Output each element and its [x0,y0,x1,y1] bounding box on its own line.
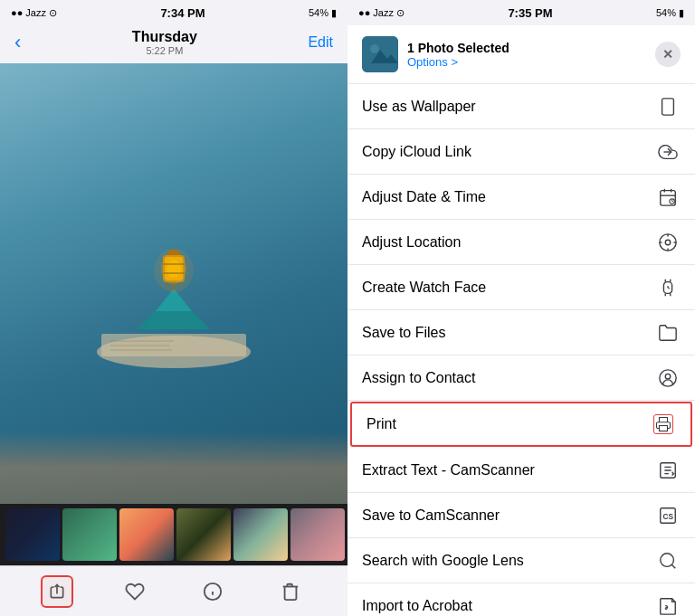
left-carrier: Jazz [25,7,46,18]
menu-label-camscanner-save: Save to CamScanner [362,507,500,524]
left-time: 7:34 PM [160,6,205,20]
menu-item-contact[interactable]: Assign to Contact [348,355,695,401]
menu-label-wallpaper: Use as Wallpaper [362,99,476,115]
delete-button[interactable] [274,575,307,608]
options-link[interactable]: Options > [407,55,509,69]
menu-label-watchface: Create Watch Face [362,280,486,296]
menu-item-icloud[interactable]: Copy iCloud Link [348,129,695,175]
svg-point-50 [660,369,676,385]
thumbnail-6[interactable] [290,508,345,561]
svg-rect-1 [101,334,246,356]
close-button[interactable]: ✕ [655,42,681,67]
info-button[interactable] [196,575,229,608]
search-icon [655,548,681,573]
thumbnail-3[interactable] [119,508,174,561]
location-icon [655,230,681,255]
share-sheet-header: 1 Photo Selected Options > ✕ [348,25,695,84]
menu-item-location[interactable]: Adjust Location [348,220,695,265]
left-status-bar: ●● Jazz ⊙ 7:34 PM 54% ▮ [0,0,348,25]
right-carrier: Jazz [373,7,394,18]
edit-button[interactable]: Edit [308,34,333,51]
share-button[interactable] [41,575,73,608]
favorite-button[interactable] [119,575,151,608]
right-battery: 54% ▮ [656,7,684,19]
left-battery: 54% ▮ [309,7,337,19]
thumbnail-5[interactable] [233,508,288,561]
svg-point-26 [370,44,379,53]
share-title: 1 Photo Selected [407,41,509,55]
menu-item-datetime[interactable]: Adjust Date & Time [348,175,695,220]
left-panel: ●● Jazz ⊙ 7:34 PM 54% ▮ ‹ Thursday 5:22 … [0,0,348,616]
menu-label-camscanner-extract: Extract Text - CamScanner [362,462,535,479]
nav-center: Thursday 5:22 PM [132,29,197,56]
menu-label-location: Adjust Location [362,234,461,251]
main-photo [0,63,348,504]
menu-label-icloud: Copy iCloud Link [362,144,471,160]
menu-item-googlelens[interactable]: Search with Google Lens [348,538,695,583]
share-header-info: 1 Photo Selected Options > [362,36,509,72]
svg-text:CS: CS [663,512,674,520]
menu-item-acrobat[interactable]: Import to Acrobat [348,583,695,616]
right-time: 7:35 PM [508,6,552,20]
menu-label-googlelens: Search with Google Lens [362,553,524,569]
svg-point-51 [665,374,671,379]
menu-label-print: Print [367,416,396,432]
svg-point-38 [665,240,671,245]
watch-icon [655,275,681,300]
right-status-bar: ●● Jazz ⊙ 7:35 PM 54% ▮ [348,0,695,25]
phone-icon [655,94,681,119]
menu-item-camscanner-save[interactable]: Save to CamScanner CS [348,493,695,538]
thumbnail-2[interactable] [62,508,117,561]
thumbnail-strip[interactable] [0,504,348,565]
svg-point-20 [154,249,194,292]
menu-label-files: Save to Files [362,325,445,341]
svg-rect-52 [660,426,668,431]
menu-item-camscanner-extract[interactable]: Extract Text - CamScanner [348,448,695,493]
thumbnail-1[interactable] [5,508,60,561]
menu-item-wallpaper[interactable]: Use as Wallpaper [348,84,695,129]
thumbnail-4[interactable] [176,508,231,561]
share-sheet-info: 1 Photo Selected Options > [407,41,509,69]
contact-icon [655,365,681,391]
left-nav: ‹ Thursday 5:22 PM Edit [0,25,348,63]
book-texture [0,431,348,504]
menu-item-print[interactable]: Print [350,402,692,447]
bottom-toolbar [0,565,348,616]
svg-rect-27 [662,98,674,114]
menu-label-acrobat: Import to Acrobat [362,598,472,614]
svg-line-57 [671,564,675,568]
camscanner-extract-icon [655,458,681,483]
acrobat-icon [655,593,681,617]
share-menu-list: Use as Wallpaper Copy iCloud Link Adj [348,84,695,616]
menu-label-contact: Assign to Contact [362,370,475,386]
menu-item-watchface[interactable]: Create Watch Face [348,265,695,310]
menu-label-datetime: Adjust Date & Time [362,189,486,205]
svg-line-49 [668,288,670,289]
menu-item-files[interactable]: Save to Files [348,310,695,355]
svg-point-56 [661,553,674,566]
folder-icon [655,320,681,346]
nav-title: Thursday [132,29,197,45]
cloud-icon [655,139,681,165]
photo-preview-thumb [362,36,398,72]
right-carrier-signal: ●● Jazz ⊙ [358,7,405,19]
camscanner-save-icon: CS [655,503,681,528]
left-carrier-signal: ●● Jazz ⊙ [11,7,57,19]
photo-illustration [92,194,255,374]
nav-subtitle: 5:22 PM [132,45,197,56]
right-panel: ●● Jazz ⊙ 7:35 PM 54% ▮ 1 Photo Selected… [348,0,695,616]
calendar-icon [655,185,681,210]
print-icon [651,412,676,437]
back-button[interactable]: ‹ [14,31,21,54]
